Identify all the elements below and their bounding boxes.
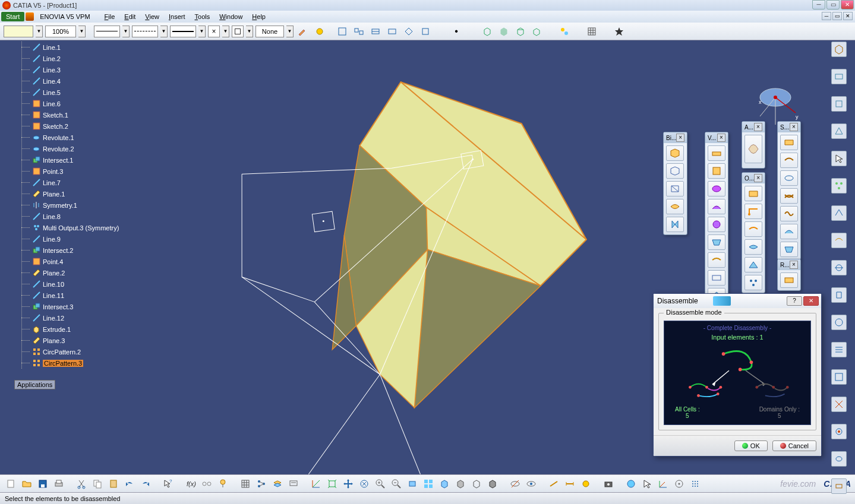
redo-icon[interactable] (138, 477, 153, 491)
tree-applications[interactable]: Applications (14, 380, 55, 389)
render-none[interactable]: None (255, 26, 284, 37)
tool-e-icon[interactable] (402, 24, 416, 39)
tool-f-icon[interactable] (418, 24, 433, 39)
render-dropdown[interactable]: ▼ (286, 26, 294, 37)
tree-node-plane-1[interactable]: Plane.1 (4, 188, 146, 199)
tree-node-point-4[interactable]: Point.4 (4, 256, 146, 267)
v-btn-5-icon[interactable] (708, 217, 725, 232)
star-icon[interactable] (612, 24, 626, 39)
s-btn-3-icon[interactable] (780, 170, 798, 186)
toolbox-s[interactable]: S...× (777, 121, 801, 260)
tool-a-icon[interactable] (335, 24, 349, 39)
toolbox-a-close[interactable]: × (754, 123, 762, 131)
tree-node-intersect-1[interactable]: Intersect.1 (4, 154, 146, 166)
specification-tree[interactable]: Line.1Line.2Line.3Line.4Line.5Line.6Sket… (4, 42, 146, 369)
knowledge-icon[interactable] (216, 477, 230, 491)
bi-btn-5-icon[interactable] (666, 217, 684, 232)
right-select-arrow-icon[interactable] (831, 151, 847, 166)
right-tool-6-icon[interactable] (831, 178, 847, 194)
fitall-icon[interactable] (325, 477, 339, 491)
tree-node-point-3[interactable]: Point.3 (4, 166, 146, 177)
line-dash-style[interactable] (132, 26, 158, 37)
tree-node-sketch-2[interactable]: Sketch.2 (4, 121, 146, 132)
relations-icon[interactable] (200, 477, 214, 491)
toolbox-a[interactable]: A...× (742, 121, 765, 169)
cube4-icon[interactable] (530, 24, 544, 39)
save-icon[interactable] (36, 477, 50, 491)
v-btn-1-icon[interactable] (708, 145, 725, 161)
point-style-dropdown[interactable]: ▼ (246, 26, 253, 37)
painter-icon[interactable] (296, 24, 310, 39)
assembly-icon[interactable] (557, 24, 572, 39)
pan-icon[interactable] (341, 477, 355, 491)
show-icon[interactable] (524, 477, 538, 491)
camera-icon[interactable] (601, 477, 616, 491)
multiview-icon[interactable] (421, 477, 436, 491)
tree-icon[interactable] (254, 477, 269, 491)
v-btn-4-icon[interactable] (708, 199, 725, 214)
annot-icon[interactable] (286, 477, 301, 491)
tree-node-line-2[interactable]: Line.2 (4, 53, 146, 64)
line-thick-style[interactable] (170, 26, 196, 37)
tree-node-line-6[interactable]: Line.6 (4, 98, 146, 109)
tree-node-extrude-1[interactable]: Extrude.1 (4, 324, 146, 335)
tree-node-symmetry-1[interactable]: Symmetry.1 (4, 199, 146, 211)
line-thick-dropdown[interactable]: ▼ (198, 26, 206, 37)
tree-node-line-8[interactable]: Line.8 (4, 211, 146, 222)
o-btn-3-icon[interactable] (744, 221, 762, 237)
toolbox-o-close[interactable]: × (754, 174, 762, 182)
v-btn-6-icon[interactable] (708, 234, 725, 250)
s-btn-6-icon[interactable] (780, 224, 798, 239)
s-btn-1-icon[interactable] (780, 135, 798, 150)
dot-icon[interactable]: • (449, 24, 463, 39)
shade3-icon[interactable] (485, 477, 500, 491)
dialog-cancel-button[interactable]: Cancel (772, 440, 816, 451)
tree-node-intersect-2[interactable]: Intersect.2 (4, 245, 146, 256)
measure1-icon[interactable] (547, 477, 561, 491)
o-btn-6-icon[interactable] (744, 275, 762, 290)
tree-node-sketch-1[interactable]: Sketch.1 (4, 109, 146, 121)
cursor-icon[interactable] (640, 477, 654, 491)
iso-icon[interactable] (437, 477, 452, 491)
tree-node-line-1[interactable]: Line.1 (4, 42, 146, 53)
minimize-button[interactable]: ─ (812, 0, 825, 9)
hide-icon[interactable] (508, 477, 522, 491)
s-btn-7-icon[interactable] (780, 242, 798, 257)
tree-node-plane-2[interactable]: Plane.2 (4, 267, 146, 278)
menu-enovia-vpm[interactable]: ENOVIA V5 VPM (35, 12, 94, 21)
new-icon[interactable] (4, 477, 18, 491)
mdi-minimize-button[interactable]: ─ (822, 12, 831, 20)
rotate-icon[interactable] (357, 477, 371, 491)
bi-btn-2-icon[interactable] (666, 163, 684, 179)
v-btn-7-icon[interactable] (708, 252, 725, 268)
right-tool-16-icon[interactable] (831, 451, 847, 467)
whatsthis-icon[interactable]: ? (161, 477, 175, 491)
s-btn-5-icon[interactable] (780, 206, 798, 221)
right-tool-14-icon[interactable] (831, 397, 847, 412)
tree-node-revolute-1[interactable]: Revolute.1 (4, 132, 146, 143)
zoomout-icon[interactable] (389, 477, 403, 491)
disassemble-preview[interactable]: - Complete Disassembly - Input elements … (664, 321, 811, 425)
line-dash-dropdown[interactable]: ▼ (160, 26, 168, 37)
normal-icon[interactable] (405, 477, 419, 491)
v-btn-3-icon[interactable] (708, 181, 725, 196)
menu-insert[interactable]: Insert (164, 12, 190, 21)
tree-node-line-3[interactable]: Line.3 (4, 64, 146, 75)
right-tool-12-icon[interactable] (831, 342, 847, 357)
dialog-ok-button[interactable]: OK (734, 440, 768, 451)
toolbox-r[interactable]: R...× (777, 259, 801, 291)
line-weight[interactable] (94, 26, 120, 37)
zoomin-icon[interactable] (373, 477, 387, 491)
tree-node-plane-3[interactable]: Plane.3 (4, 335, 146, 346)
tool-c-icon[interactable] (368, 24, 383, 39)
color-swatch[interactable] (4, 26, 33, 37)
tree-node-line-12[interactable]: Line.12 (4, 312, 146, 324)
tree-node-line-4[interactable]: Line.4 (4, 75, 146, 87)
menu-help[interactable]: Help (247, 12, 270, 21)
zoom-field[interactable]: 100% (45, 26, 76, 37)
axis-icon[interactable] (309, 477, 323, 491)
tree-node-circpattern-3[interactable]: CircPattern.3 (4, 357, 146, 369)
menu-file[interactable]: File (100, 12, 120, 21)
tree-node-revolute-2[interactable]: Revolute.2 (4, 143, 146, 154)
shade2-icon[interactable] (469, 477, 484, 491)
